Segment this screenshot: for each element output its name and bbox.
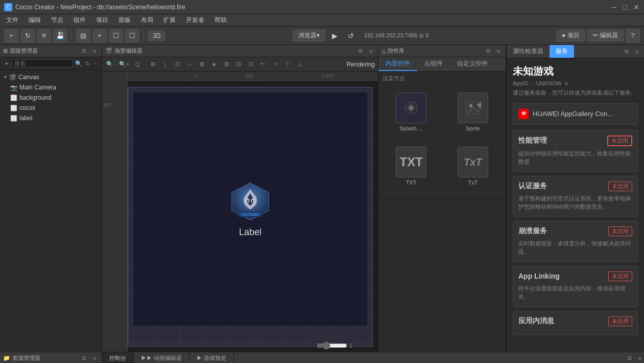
maximize-button[interactable]: □ [622,4,629,11]
tab-custom-controls[interactable]: 自定义控件 [450,57,495,71]
toolbar-grid-button[interactable]: ▤ [76,29,90,42]
scene-menu-button[interactable]: ≡ [367,47,375,55]
scene-tb-btn13[interactable]: ⊥ [294,59,305,70]
comp-item-txt[interactable]: TXT TXT [383,144,440,194]
comp-item-txt-italic[interactable]: TxT TxT [444,144,502,194]
scene-tb-btn4[interactable]: ↔ [184,59,195,70]
toolbar-close-button[interactable]: ✕ [37,29,51,42]
tab-cloud-components[interactable]: 云组件 [417,57,450,71]
toolbar-rect-button[interactable]: ☐ [109,29,123,42]
scene-tb-btn7[interactable]: ⊞ [221,59,232,70]
tree-item-cocos[interactable]: ⬜ cocos [0,103,102,113]
toolbar-refresh2-button[interactable]: ↺ [344,29,358,42]
menu-help[interactable]: 帮助 [212,16,229,25]
console-tab-preview[interactable]: ▶ 游戏预览 [189,352,234,363]
menu-project[interactable]: 项目 [94,16,110,25]
console-popout-button[interactable]: ⧉ [626,354,634,362]
toolbar-project-button[interactable]: ● 项目 [556,30,585,41]
console-tab-animation[interactable]: ▶▶ 动画编辑器 [134,352,189,363]
toolbar-help-button[interactable]: ? [626,29,640,42]
console-menu-button[interactable]: ≡ [636,354,644,362]
scene-zoom-in-button[interactable]: 🔍+ [118,59,130,70]
tree-item-main-camera[interactable]: 📷 Main Camera [0,82,102,93]
menu-file[interactable]: 文件 [4,16,20,25]
console-tab-console[interactable]: 控制台 [102,352,134,363]
hierarchy-add-button[interactable]: + [3,59,10,68]
close-button[interactable]: ✕ [633,4,640,11]
hierarchy-search-input[interactable] [12,59,73,67]
toolbar-add-button[interactable]: + [4,29,18,42]
service-card-crash: 崩溃服务 未启用 实时数据报告，多维度分析，快速解决崩溃问题。 [513,221,638,262]
comp-item-sprite[interactable]: Sprite [444,89,502,140]
scene-tb-btn8[interactable]: ⊟ [233,59,244,70]
tree-item-label[interactable]: ⬜ label [0,113,102,123]
toolbar-editor-button[interactable]: ✏ 编辑器 [587,30,624,41]
service-crash-badge[interactable]: 未启用 [608,226,632,236]
service-perf-badge[interactable]: 未启用 [607,135,632,146]
scene-tb-btn6[interactable]: ◈ [208,59,220,70]
tab-properties[interactable]: 属性检查器 [507,45,550,58]
service-auth-badge[interactable]: 未启用 [608,182,632,191]
components-actions: ⧉ ≡ [484,47,503,55]
props-popout-button[interactable]: ⧉ [623,48,631,56]
hierarchy-search-icon[interactable]: 🔍 [75,59,82,67]
main-layout: ⊞ 层级管理器 ⧉ ≡ + 🔍 ↻ ⋯ ▼ 🎬 Canvas 📷 Main Ca [0,45,644,352]
console-panel: 控制台 ▶▶ 动画编辑器 ▶ 游戏预览 ⧉ ≡ ⊘ 📄 All All T 14 [102,352,644,363]
tree-item-background[interactable]: ⬜ background [0,93,102,103]
menu-component[interactable]: 组件 [71,16,88,25]
ruler-500: 500 [245,73,253,78]
toolbar-save-button[interactable]: 💾 [53,29,67,42]
components-popout-button[interactable]: ⧉ [484,47,492,55]
scene-tb-btn12[interactable]: ⊤ [282,59,293,70]
hierarchy-popout-button[interactable]: ⧉ [80,47,88,55]
scene-popout-button[interactable]: ⧉ [356,47,365,55]
toolbar-plus-button[interactable]: + [92,29,107,42]
render-node-label: 渲染节点 [378,72,506,85]
minimize-button[interactable]: ─ [610,4,617,11]
scene-tb-btn2[interactable]: | [159,59,171,70]
scene-tb-btn11[interactable]: ⊣ [270,59,281,70]
hierarchy-menu-button[interactable]: ≡ [90,47,99,55]
toolbar-3d-button[interactable]: 3D [148,31,165,41]
scene-tb-btn3[interactable]: ⊡ [172,59,183,70]
assets-popout-button[interactable]: ⧉ [80,354,88,362]
service-card-linking: App Linking 未启用 跨平台深度链接直达应用内容，推动应用增长。 [513,266,638,307]
huawei-banner[interactable]: 华 HUAWEI AppGallery Con... [513,103,638,125]
assets-title: 资源管理器 [12,354,40,362]
scene-zoom-fit-button[interactable]: Q [132,59,143,70]
menu-layout[interactable]: 布局 [139,16,155,25]
tab-services[interactable]: 服务 [550,45,574,58]
scene-tb-btn9[interactable]: ⊡ [245,59,256,70]
tree-item-canvas[interactable]: ▼ 🎬 Canvas [0,72,102,82]
tab-builtin-controls[interactable]: 内置控件 [378,57,417,71]
scene-tb-btn10[interactable]: ⊢ [257,59,269,70]
scene-label-text: Label [239,227,261,238]
toolbar-rect2-button[interactable]: ☐ [125,29,139,42]
scene-tb-btn1[interactable]: ⊞ [147,59,158,70]
appid-icon[interactable]: ≡ [565,80,568,86]
hierarchy-refresh-icon[interactable]: ↻ [84,59,90,67]
components-menu-button[interactable]: ≡ [494,47,503,55]
toolbar-browser-button[interactable]: 浏览器▾ [293,30,325,41]
menu-node[interactable]: 节点 [49,16,65,25]
service-linking-badge[interactable]: 未启用 [608,271,632,281]
props-menu-button[interactable]: ≡ [633,48,641,56]
assets-menu-button[interactable]: ≡ [90,354,99,362]
scene-tb-btn5[interactable]: ⊠ [196,59,207,70]
scene-zoom-out-button[interactable]: 🔍- [105,59,116,70]
toolbar-play-button[interactable]: ▶ [327,29,342,42]
menu-extend[interactable]: 扩展 [161,16,178,25]
animation-tab-icon: ▶▶ [141,355,152,361]
service-card-linking-header: App Linking 未启用 [518,271,632,281]
scene-content[interactable]: 使用鼠标右键平移视窗焦点, 使用滚轮缩放视图 500 0 500 1,000 [102,72,378,352]
menu-developer[interactable]: 开发者 [184,16,206,25]
toolbar-refresh-button[interactable]: ↻ [20,29,35,42]
service-inapp-badge[interactable]: 未启用 [608,316,632,326]
menu-edit[interactable]: 编辑 [27,16,43,25]
comp-item-splash[interactable]: Splash ... [383,89,440,140]
hierarchy-more-icon[interactable]: ⋯ [92,59,99,67]
scene-scale-slider[interactable] [317,342,347,350]
scene-icon: 🎬 [105,48,112,54]
menu-panel[interactable]: 面板 [116,16,133,25]
props-services-tabs: 属性检查器 服务 ⧉ ≡ [507,45,644,58]
